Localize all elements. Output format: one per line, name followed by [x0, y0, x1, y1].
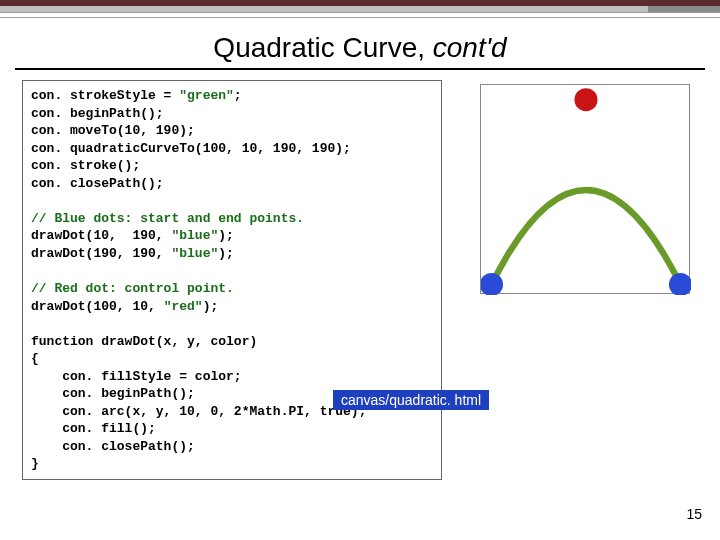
code-line: function drawDot(x, y, color)	[31, 334, 257, 349]
code-line: drawDot(100, 10,	[31, 299, 164, 314]
code-line: drawDot(10, 190,	[31, 228, 171, 243]
code-comment: // Red dot: control point.	[31, 281, 234, 296]
code-line: );	[218, 246, 234, 261]
slide-title: Quadratic Curve, cont'd	[0, 32, 720, 64]
title-text: Quadratic Curve,	[213, 32, 432, 63]
code-line: con. closePath();	[31, 439, 195, 454]
top-bars	[0, 0, 720, 18]
code-line: con. closePath();	[31, 176, 164, 191]
string-literal: "green"	[179, 88, 234, 103]
canvas-illustration	[480, 84, 690, 294]
code-line: con. fill();	[31, 421, 156, 436]
code-line: con. beginPath();	[31, 106, 164, 121]
code-line: con. strokeStyle =	[31, 88, 179, 103]
code-line: );	[218, 228, 234, 243]
code-line: {	[31, 351, 39, 366]
file-link-badge[interactable]: canvas/quadratic. html	[333, 390, 489, 410]
title-italic: cont'd	[433, 32, 507, 63]
code-line: ;	[234, 88, 242, 103]
accent-bar-lines	[0, 12, 720, 18]
page-number: 15	[686, 506, 702, 522]
string-literal: "blue"	[171, 228, 218, 243]
code-line: con. arc(x, y, 10, 0, 2*Math.PI, true);	[31, 404, 366, 419]
curve-path	[492, 190, 681, 285]
string-literal: "blue"	[171, 246, 218, 261]
code-comment: // Blue dots: start and end points.	[31, 211, 304, 226]
quadratic-curve-svg	[481, 85, 691, 295]
code-block: con. strokeStyle = "green"; con. beginPa…	[22, 80, 442, 480]
content-area: con. strokeStyle = "green"; con. beginPa…	[0, 80, 720, 480]
accent-bar-gray-left	[0, 6, 648, 12]
end-dot	[669, 273, 691, 295]
code-line: }	[31, 456, 39, 471]
code-line: con. quadraticCurveTo(100, 10, 190, 190)…	[31, 141, 351, 156]
control-dot	[574, 88, 597, 111]
accent-bar-gray	[0, 6, 720, 12]
code-line: drawDot(190, 190,	[31, 246, 171, 261]
code-line: con. fillStyle = color;	[31, 369, 242, 384]
code-line: con. beginPath();	[31, 386, 195, 401]
code-line: con. moveTo(10, 190);	[31, 123, 195, 138]
start-dot	[481, 273, 503, 295]
accent-bar-gray-right	[648, 6, 720, 12]
title-underline	[15, 68, 705, 70]
code-line: con. stroke();	[31, 158, 140, 173]
string-literal: "red"	[164, 299, 203, 314]
code-line: );	[203, 299, 219, 314]
